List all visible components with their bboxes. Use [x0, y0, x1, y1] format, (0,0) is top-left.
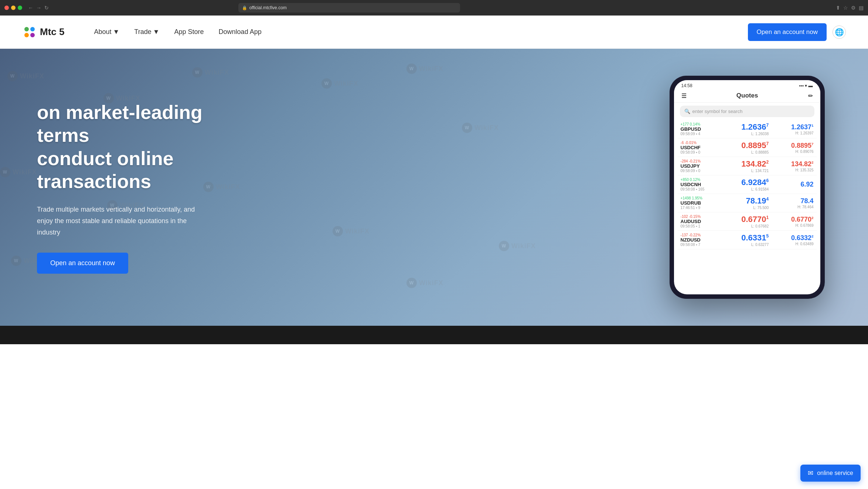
extensions-icon[interactable]: ⚙ [851, 5, 856, 11]
menu-icon: ☰ [681, 92, 687, 99]
phone-signals: ▪▪▪ ▾ ▬ [799, 83, 813, 88]
hero-section: WWikiFX WWikiFX WWikiFX WWikiFX WWikiFX … [0, 49, 868, 326]
quote-row-usdchf[interactable]: -6 -0.01% USDCHF 09:58:09 ▪ 0 0.88957 L:… [678, 139, 817, 157]
hero-content: on market-leading terms conduct online t… [0, 79, 240, 296]
watermark-8: WWikiFX [321, 78, 358, 89]
back-arrow-icon[interactable]: ← [28, 5, 33, 11]
watermark-12: WWikiFX [333, 226, 370, 236]
svg-point-0 [24, 27, 29, 31]
logo-text: Mtc 5 [40, 26, 64, 38]
nav-about[interactable]: About ▼ [94, 28, 119, 36]
bottom-bar [0, 326, 868, 344]
nav-trade[interactable]: Trade ▼ [134, 28, 159, 36]
forward-arrow-icon[interactable]: → [36, 5, 41, 11]
navbar: Mtc 5 About ▼ Trade ▼ App Store Download… [0, 16, 868, 49]
phone-search-bar[interactable]: 🔍 enter symbol for search [680, 106, 814, 117]
watermark-9: WWikiFX [406, 64, 443, 74]
browser-chrome: ← → ↻ 🔒 official.mtcfive.com ⬆ ☆ ⚙ ▤ [0, 0, 868, 16]
phone-time: 14:58 [681, 83, 692, 88]
browser-window-controls [4, 6, 22, 10]
maximize-window-button[interactable] [18, 6, 22, 10]
quote-row-usdrub[interactable]: +1498 1.95% USDRUB 17:46:51 ▪ 9 78.194 L… [678, 194, 817, 212]
language-button[interactable]: 🌐 [833, 25, 846, 39]
search-placeholder: enter symbol for search [692, 109, 743, 114]
quote-row-usdcnh[interactable]: +850 0.12% USDCNH 09:58:08 ▪ 165 6.92846… [678, 175, 817, 194]
sidebar-icon[interactable]: ▤ [859, 5, 864, 11]
svg-point-2 [24, 33, 29, 37]
phone-screen-title: Quotes [687, 92, 808, 99]
quote-row-nzdusd[interactable]: -137 -0.22% NZDUSD 09:58:08 ▪ 7 0.63315 … [678, 231, 817, 249]
phone-frame: 14:58 ▪▪▪ ▾ ▬ ☰ Quotes ✏ 🔍 enter symbol … [670, 76, 825, 299]
quote-row-audusd[interactable]: -102 -0.15% AUDUSD 09:58:05 ▪ 1 0.67701 … [678, 212, 817, 231]
logo[interactable]: Mtc 5 [22, 25, 64, 40]
phone-mockup: 14:58 ▪▪▪ ▾ ▬ ☰ Quotes ✏ 🔍 enter symbol … [670, 76, 825, 299]
lock-icon: 🔒 [242, 6, 247, 10]
watermark-13: WWikiFX [406, 278, 443, 288]
search-icon: 🔍 [684, 109, 690, 114]
svg-point-3 [30, 33, 35, 37]
nav-download-app[interactable]: Download App [219, 28, 262, 36]
phone-app-header: ☰ Quotes ✏ [674, 90, 820, 103]
phone-status-bar: 14:58 ▪▪▪ ▾ ▬ [674, 80, 820, 90]
url-display: official.mtcfive.com [249, 5, 287, 10]
open-account-button[interactable]: Open an account now [748, 23, 827, 41]
quote-row-usdjpy[interactable]: -284 -0.21% USDJPY 09:58:09 ▪ 0 134.822 … [678, 157, 817, 175]
nav-app-store[interactable]: App Store [174, 28, 204, 36]
edit-icon: ✏ [808, 92, 813, 99]
share-icon[interactable]: ⬆ [836, 5, 840, 11]
close-window-button[interactable] [4, 6, 9, 10]
watermark-10: WWikiFX [462, 123, 499, 133]
chevron-down-icon: ▼ [113, 28, 120, 36]
quotes-table: +177 0.14% GBPUSD 09:58:09 ▪ 4 1.26367 L… [674, 120, 820, 249]
svg-point-1 [30, 27, 35, 31]
watermark-3: WWikiFX [192, 67, 229, 78]
browser-action-buttons: ⬆ ☆ ⚙ ▤ [836, 5, 864, 11]
bookmark-icon[interactable]: ☆ [843, 5, 848, 11]
logo-icon [22, 25, 37, 40]
phone-screen: 14:58 ▪▪▪ ▾ ▬ ☰ Quotes ✏ 🔍 enter symbol … [674, 80, 820, 294]
globe-icon: 🌐 [835, 28, 844, 37]
browser-navigation: ← → ↻ [28, 5, 49, 11]
address-bar[interactable]: 🔒 official.mtcfive.com [238, 3, 460, 13]
reload-icon[interactable]: ↻ [44, 5, 49, 11]
nav-actions: Open an account now 🌐 [748, 23, 846, 41]
hero-cta-button[interactable]: Open an account now [37, 253, 128, 274]
nav-links: About ▼ Trade ▼ App Store Download App [94, 28, 748, 36]
watermark-11: WWikiFX [499, 241, 536, 251]
chevron-down-icon: ▼ [153, 28, 160, 36]
hero-title: on market-leading terms conduct online t… [37, 101, 203, 193]
hero-subtitle: Trade multiple markets vertically and ho… [37, 204, 203, 238]
minimize-window-button[interactable] [11, 6, 16, 10]
quote-row-gbpusd[interactable]: +177 0.14% GBPUSD 09:58:09 ▪ 4 1.26367 L… [678, 120, 817, 139]
